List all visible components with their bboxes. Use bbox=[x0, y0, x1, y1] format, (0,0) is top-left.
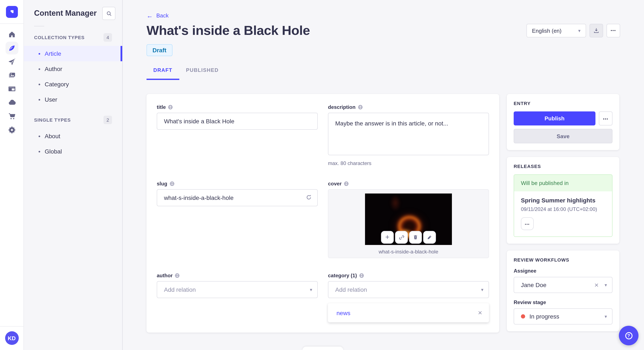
chevron-down-icon: ▾ bbox=[604, 314, 607, 319]
globe-icon bbox=[175, 273, 180, 278]
content-manager-feather-icon[interactable] bbox=[5, 42, 18, 54]
edit-form-card: title description Maybe the answe bbox=[146, 94, 499, 333]
strapi-logo[interactable] bbox=[0, 0, 24, 24]
collection-types-count-badge: 4 bbox=[104, 33, 112, 42]
bullet-icon: • bbox=[38, 133, 40, 139]
edit-asset-button[interactable] bbox=[423, 231, 436, 244]
pencil-icon bbox=[426, 234, 432, 240]
publish-button[interactable]: Publish bbox=[514, 111, 596, 126]
tab-draft[interactable]: DRAFT bbox=[146, 64, 179, 80]
review-workflows-heading: REVIEW WORKFLOWS bbox=[514, 257, 612, 262]
category-relation-combobox[interactable]: Add relation ▾ bbox=[328, 281, 489, 298]
clear-assignee-icon[interactable]: × bbox=[594, 281, 599, 289]
sidebar-item-label: User bbox=[45, 96, 57, 103]
entry-heading: ENTRY bbox=[514, 101, 612, 106]
settings-gear-icon[interactable] bbox=[5, 123, 18, 136]
more-icon: ••• bbox=[611, 28, 616, 33]
delete-asset-button[interactable] bbox=[409, 231, 422, 244]
tab-published[interactable]: PUBLISHED bbox=[179, 64, 225, 80]
remove-relation-icon[interactable]: × bbox=[478, 309, 482, 316]
status-badge: Draft bbox=[146, 44, 172, 56]
sidebar-item-author[interactable]: • Author bbox=[24, 61, 122, 77]
cover-field: cover + bbox=[328, 181, 489, 258]
author-field-label: author bbox=[157, 273, 173, 279]
bullet-icon: • bbox=[38, 149, 40, 154]
releases-plane-icon[interactable] bbox=[5, 55, 18, 68]
back-link[interactable]: ← Back bbox=[146, 12, 169, 19]
more-icon: ••• bbox=[603, 117, 608, 121]
avatar[interactable]: KD bbox=[5, 331, 18, 345]
entry-title: What's inside a Black Hole bbox=[146, 23, 310, 38]
export-button[interactable] bbox=[590, 24, 603, 37]
globe-icon bbox=[169, 181, 174, 186]
cover-image: + bbox=[365, 193, 452, 245]
sidebar-item-article[interactable]: • Article bbox=[24, 46, 122, 61]
category-field-label: category (1) bbox=[328, 273, 357, 279]
cover-dropzone[interactable]: + bbox=[328, 189, 489, 258]
content-type-builder-icon[interactable] bbox=[5, 82, 18, 95]
main-content: ← Back What's inside a Black Hole Englis… bbox=[123, 0, 644, 350]
release-card: Will be published in Spring Summer highl… bbox=[514, 174, 612, 237]
description-field: description Maybe the answer is in this … bbox=[328, 104, 489, 166]
single-types-list: • About • Global bbox=[24, 128, 122, 159]
save-button[interactable]: Save bbox=[514, 129, 612, 143]
cover-actions: + bbox=[381, 231, 436, 244]
sidebar-item-label: Article bbox=[45, 50, 61, 57]
single-types-label: SINGLE TYPES bbox=[34, 117, 71, 123]
bullet-icon: • bbox=[38, 97, 40, 103]
add-asset-button[interactable]: + bbox=[381, 231, 394, 244]
description-input[interactable]: Maybe the answer is in this article, or … bbox=[328, 113, 489, 155]
chevron-down-icon: ▾ bbox=[578, 28, 580, 33]
globe-icon bbox=[358, 105, 363, 110]
title-field-label: title bbox=[157, 104, 166, 110]
sidebar-item-user[interactable]: • User bbox=[24, 92, 122, 107]
bullet-icon: • bbox=[38, 81, 40, 87]
assignee-combobox[interactable]: Jane Doe × ▾ bbox=[514, 277, 612, 293]
back-arrow-icon: ← bbox=[146, 12, 153, 19]
header-more-button[interactable]: ••• bbox=[606, 24, 620, 37]
sidebar-item-category[interactable]: • Category bbox=[24, 77, 122, 92]
link-icon bbox=[398, 234, 405, 240]
bullet-icon: • bbox=[38, 51, 40, 57]
locale-value: English (en) bbox=[532, 27, 562, 34]
more-icon: ••• bbox=[525, 222, 530, 226]
sidebar-item-global[interactable]: • Global bbox=[24, 144, 122, 159]
review-stage-combobox[interactable]: In progress ▾ bbox=[514, 308, 612, 325]
next-section-peek bbox=[302, 347, 343, 350]
locale-select[interactable]: English (en) ▾ bbox=[526, 24, 586, 37]
author-relation-combobox[interactable]: Add relation ▾ bbox=[157, 281, 318, 298]
content-manager-sidebar: Content Manager COLLECTION TYPES 4 • Art… bbox=[24, 0, 123, 350]
home-icon[interactable] bbox=[5, 28, 18, 41]
author-placeholder: Add relation bbox=[164, 286, 196, 293]
help-button[interactable]: ? bbox=[619, 326, 638, 345]
author-field: author Add relation ▾ bbox=[157, 273, 318, 322]
plus-icon: + bbox=[385, 233, 390, 242]
marketplace-cart-icon[interactable] bbox=[5, 110, 18, 123]
copy-link-button[interactable] bbox=[395, 231, 408, 244]
search-button[interactable] bbox=[102, 7, 116, 20]
entry-more-button[interactable]: ••• bbox=[599, 111, 612, 126]
sidebar-item-about[interactable]: • About bbox=[24, 128, 122, 144]
globe-icon bbox=[344, 181, 349, 186]
screen: KD Content Manager COLLECTION TYPES 4 • … bbox=[0, 0, 644, 350]
slug-field: slug bbox=[157, 181, 318, 258]
release-more-button[interactable]: ••• bbox=[521, 217, 534, 230]
review-stage-label: Review stage bbox=[514, 299, 612, 305]
description-helper: max. 80 characters bbox=[328, 160, 489, 166]
cloud-deploy-icon[interactable] bbox=[5, 96, 18, 109]
sidebar-item-label: About bbox=[45, 133, 60, 140]
release-name[interactable]: Spring Summer highlights bbox=[521, 197, 605, 204]
question-mark-icon: ? bbox=[625, 332, 632, 339]
title-input[interactable] bbox=[157, 113, 318, 130]
relation-link[interactable]: news bbox=[336, 309, 350, 316]
sidebar-item-label: Global bbox=[45, 148, 62, 155]
regenerate-slug-icon[interactable] bbox=[305, 193, 313, 201]
assignee-label: Assignee bbox=[514, 268, 612, 274]
rail-icon-list bbox=[5, 28, 18, 136]
media-library-icon[interactable] bbox=[5, 69, 18, 82]
main-nav-rail: KD bbox=[0, 0, 24, 350]
download-icon bbox=[593, 27, 600, 34]
chevron-down-icon: ▾ bbox=[310, 287, 312, 292]
chevron-down-icon: ▾ bbox=[604, 282, 607, 288]
slug-input[interactable] bbox=[157, 189, 318, 206]
